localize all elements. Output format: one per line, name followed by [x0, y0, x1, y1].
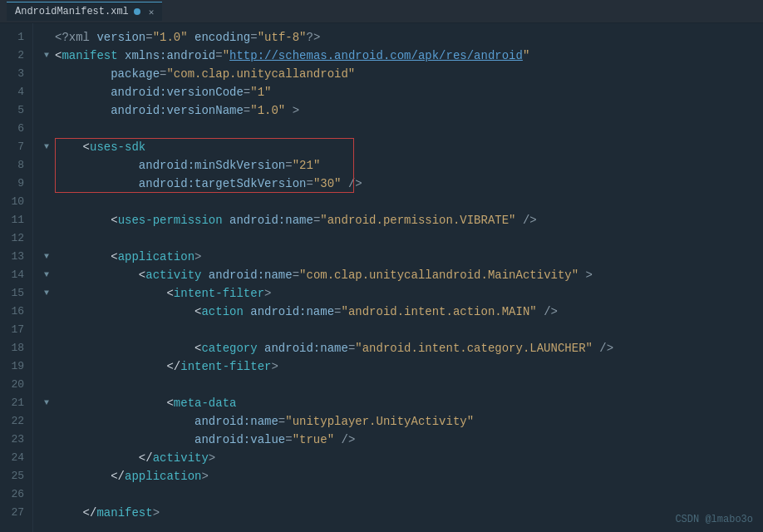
fold-18 — [40, 339, 53, 357]
fold-25 — [40, 467, 53, 485]
code-line-8: android:minSdkVersion="21" — [40, 156, 763, 175]
line-6-content — [55, 120, 763, 138]
line-4-content: android:versionCode="1" — [55, 83, 763, 101]
line-11-content: <uses-permission android:name="android.p… — [55, 211, 763, 229]
line-25-content: </application> — [55, 467, 763, 485]
line-16-content: <action android:name="android.intent.act… — [55, 303, 763, 321]
line-15-content: <intent-filter> — [55, 284, 763, 303]
code-line-27: </manifest> — [40, 504, 763, 522]
code-line-23: android:value="true" /> — [40, 431, 763, 449]
code-line-7: ▼ <uses-sdk — [40, 138, 763, 156]
code-line-11: <uses-permission android:name="android.p… — [40, 211, 763, 229]
code-line-2: ▼ <manifest xmlns:android="http://schema… — [40, 47, 763, 65]
fold-10 — [40, 193, 53, 211]
fold-6 — [40, 120, 53, 138]
line-13-content: <application> — [55, 248, 763, 266]
code-line-15: ▼ <intent-filter> — [40, 284, 763, 303]
code-line-18: <category android:name="android.intent.c… — [40, 339, 763, 357]
fold-9 — [40, 175, 53, 193]
code-line-10 — [40, 193, 763, 211]
fold-27 — [40, 504, 53, 522]
line-8-content: android:minSdkVersion="21" — [55, 156, 763, 175]
fold-24 — [40, 449, 53, 467]
editor: 1 2 3 4 5 6 7 8 9 10 11 12 13 14 15 16 1… — [0, 23, 763, 532]
code-line-9: android:targetSdkVersion="30" /> — [40, 175, 763, 193]
line-20-content — [55, 376, 763, 394]
title-bar: AndroidManifest.xml ✕ — [0, 0, 763, 23]
line-12-content — [55, 229, 763, 248]
line-3-content: package="com.clap.unitycallandroid" — [55, 65, 763, 83]
code-line-13: ▼ <application> — [40, 248, 763, 266]
line-2-content: <manifest xmlns:android="http://schemas.… — [55, 47, 763, 65]
fold-20 — [40, 376, 53, 394]
editor-tab[interactable]: AndroidManifest.xml ✕ — [7, 2, 162, 21]
line-21-content: <meta-data — [55, 394, 763, 412]
fold-11 — [40, 211, 53, 229]
line-5-content: android:versionName="1.0" > — [55, 101, 763, 120]
code-line-26 — [40, 485, 763, 504]
tab-close-button[interactable]: ✕ — [149, 7, 155, 17]
code-line-21: ▼ <meta-data — [40, 394, 763, 412]
line-26-content — [55, 485, 763, 504]
fold-21[interactable]: ▼ — [40, 394, 53, 412]
code-line-19: </intent-filter> — [40, 357, 763, 376]
line-14-content: <activity android:name="com.clap.unityca… — [55, 266, 763, 284]
code-line-5: android:versionName="1.0" > — [40, 101, 763, 120]
fold-26 — [40, 485, 53, 504]
line-24-content: </activity> — [55, 449, 763, 467]
fold-5 — [40, 101, 53, 120]
code-line-1: <?xml version="1.0" encoding="utf-8"?> — [40, 28, 763, 47]
code-line-17 — [40, 321, 763, 339]
fold-23 — [40, 431, 53, 449]
fold-3 — [40, 65, 53, 83]
line-9-content: android:targetSdkVersion="30" /> — [55, 175, 763, 193]
fold-1 — [40, 28, 53, 47]
fold-17 — [40, 321, 53, 339]
line-23-content: android:value="true" /> — [55, 431, 763, 449]
line-22-content: android:name="unityplayer.UnityActivity" — [55, 412, 763, 431]
fold-2[interactable]: ▼ — [40, 47, 53, 65]
code-area: <?xml version="1.0" encoding="utf-8"?> ▼… — [33, 23, 763, 532]
fold-7[interactable]: ▼ — [40, 138, 53, 156]
code-line-14: ▼ <activity android:name="com.clap.unity… — [40, 266, 763, 284]
line-10-content — [55, 193, 763, 211]
code-line-6 — [40, 120, 763, 138]
fold-4 — [40, 83, 53, 101]
fold-22 — [40, 412, 53, 431]
fold-13[interactable]: ▼ — [40, 248, 53, 266]
line-numbers: 1 2 3 4 5 6 7 8 9 10 11 12 13 14 15 16 1… — [0, 23, 33, 532]
fold-8 — [40, 156, 53, 175]
line-17-content — [55, 321, 763, 339]
code-line-20 — [40, 376, 763, 394]
fold-16 — [40, 303, 53, 321]
code-line-25: </application> — [40, 467, 763, 485]
fold-19 — [40, 357, 53, 376]
line-27-content: </manifest> — [55, 504, 763, 522]
line-1-content: <?xml version="1.0" encoding="utf-8"?> — [55, 28, 763, 47]
code-line-12 — [40, 229, 763, 248]
line-19-content: </intent-filter> — [55, 357, 763, 376]
code-line-24: </activity> — [40, 449, 763, 467]
fold-14[interactable]: ▼ — [40, 266, 53, 284]
tab-modified-dot — [134, 8, 140, 15]
code-line-16: <action android:name="android.intent.act… — [40, 303, 763, 321]
code-line-22: android:name="unityplayer.UnityActivity" — [40, 412, 763, 431]
watermark: CSDN @lmabo3o — [675, 514, 753, 525]
fold-12 — [40, 229, 53, 248]
code-line-4: android:versionCode="1" — [40, 83, 763, 101]
line-18-content: <category android:name="android.intent.c… — [55, 339, 763, 357]
line-7-content: <uses-sdk — [55, 138, 763, 156]
tab-label: AndroidManifest.xml — [15, 6, 129, 17]
fold-15[interactable]: ▼ — [40, 284, 53, 303]
code-line-3: package="com.clap.unitycallandroid" — [40, 65, 763, 83]
